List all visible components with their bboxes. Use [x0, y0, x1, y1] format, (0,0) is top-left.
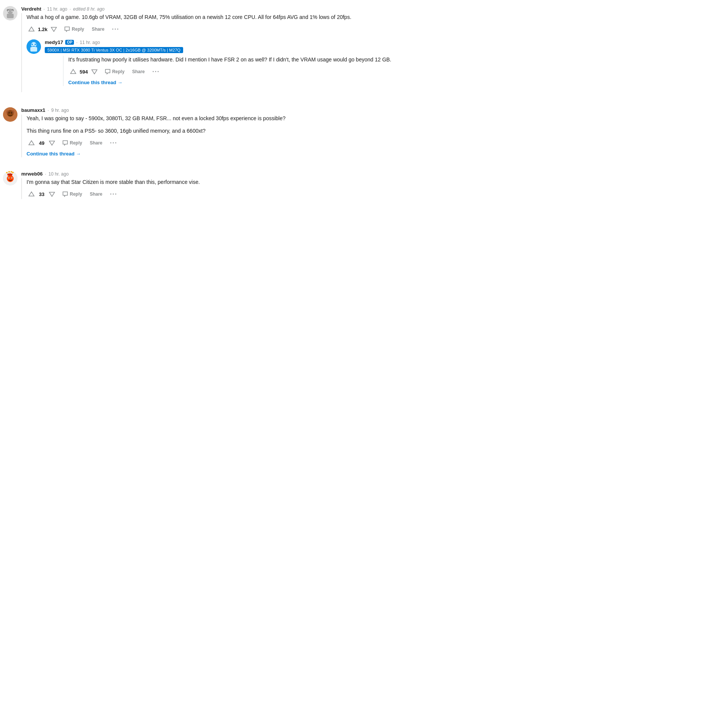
svg-point-28 — [12, 172, 14, 173]
downvote-btn-mrweb06[interactable] — [47, 189, 57, 199]
share-label-baumaxx1: Share — [90, 140, 102, 146]
reply-btn-baumaxx1[interactable]: Reply — [60, 138, 85, 147]
comment-meta-baumaxx1: baumaxx1 · 9 hr. ago — [21, 107, 406, 113]
avatar-baumaxx1 — [3, 107, 17, 122]
comment-verdreht: Verdreht · 11 hr. ago · edited 8 hr. ago… — [3, 6, 406, 100]
svg-point-26 — [8, 171, 10, 173]
vote-count-mrweb06: 33 — [38, 191, 46, 197]
comment-content-medy17: medy17 OP · 11 hr. ago 5900X | MSI RTX 3… — [45, 39, 406, 92]
svg-point-24 — [11, 177, 12, 178]
user-flair-medy17: 5900X | MSI RTX 3080 Ti Ventus 3X OC | 2… — [45, 47, 183, 53]
comment-meta-verdreht: Verdreht · 11 hr. ago · edited 8 hr. ago — [21, 6, 406, 12]
vote-count-verdreht: 1.2k — [38, 27, 47, 32]
downvote-btn-medy17[interactable] — [89, 67, 99, 77]
time-mrweb06: 10 hr. ago — [49, 171, 69, 177]
edited-label-verdreht: edited 8 hr. ago — [73, 6, 105, 12]
top-level-thread-verdreht: What a hog of a game. 10.6gb of VRAM, 32… — [21, 13, 406, 92]
comment-text-mrweb06: I'm gonna say that Star Citizen is more … — [27, 178, 406, 186]
continue-thread-label-baumaxx1: Continue this thread → — [27, 151, 81, 157]
reply-btn-medy17[interactable]: Reply — [102, 67, 127, 76]
more-btn-baumaxx1[interactable]: ··· — [108, 138, 119, 148]
svg-point-20 — [7, 175, 14, 182]
svg-rect-9 — [30, 47, 37, 52]
comment-text-medy17: It's frustrating how poorly it utilises … — [68, 56, 406, 64]
reply-btn-verdreht[interactable]: Reply — [62, 25, 86, 34]
svg-point-27 — [11, 171, 12, 173]
vote-count-medy17: 594 — [80, 69, 88, 75]
share-btn-medy17[interactable]: Share — [130, 67, 147, 76]
reply-btn-mrweb06[interactable]: Reply — [60, 190, 85, 199]
comment-content-verdreht: Verdreht · 11 hr. ago · edited 8 hr. ago… — [21, 6, 406, 100]
svg-point-25 — [6, 172, 8, 173]
time-baumaxx1: 9 hr. ago — [51, 108, 69, 113]
vote-group-verdreht: 1.2k — [27, 24, 59, 34]
dot-medy17: · — [76, 40, 77, 45]
comment-medy17: medy17 OP · 11 hr. ago 5900X | MSI RTX 3… — [27, 39, 406, 92]
more-btn-medy17[interactable]: ··· — [150, 67, 162, 77]
continue-thread-label-medy17: Continue this thread → — [68, 80, 122, 85]
reply-label-baumaxx1: Reply — [70, 140, 82, 146]
dot-mrweb06: · — [45, 171, 46, 177]
comment-content-mrweb06: mrweb06 · 10 hr. ago I'm gonna say that … — [21, 171, 406, 205]
comment-baumaxx1: baumaxx1 · 9 hr. ago Yeah, I was going t… — [3, 107, 406, 163]
more-btn-mrweb06[interactable]: ··· — [108, 189, 119, 199]
reply-label-verdreht: Reply — [72, 27, 84, 32]
reply-label-medy17: Reply — [112, 69, 125, 74]
time-medy17: 11 hr. ago — [80, 40, 100, 45]
downvote-btn-verdreht[interactable] — [49, 24, 59, 34]
share-label-mrweb06: Share — [90, 191, 102, 197]
avatar-mrweb06 — [3, 171, 17, 185]
svg-point-10 — [31, 44, 33, 45]
avatar-medy17 — [27, 39, 41, 54]
vote-group-medy17: 594 — [68, 67, 99, 77]
comment-actions-baumaxx1: 49 Reply Share ··· — [27, 138, 406, 148]
avatar-verdreht — [3, 6, 17, 20]
comment-meta-mrweb06: mrweb06 · 10 hr. ago — [21, 171, 406, 177]
comment-text-verdreht: What a hog of a game. 10.6gb of VRAM, 32… — [27, 13, 406, 21]
time-verdreht: 11 hr. ago — [47, 6, 67, 12]
reply-label-mrweb06: Reply — [70, 191, 82, 197]
upvote-btn-baumaxx1[interactable] — [27, 138, 36, 148]
share-btn-baumaxx1[interactable]: Share — [88, 139, 105, 147]
dot-baumaxx1: · — [48, 108, 49, 113]
comment-meta-medy17: medy17 OP · 11 hr. ago — [45, 39, 406, 45]
svg-point-17 — [6, 110, 9, 114]
comment-content-baumaxx1: baumaxx1 · 9 hr. ago Yeah, I was going t… — [21, 107, 406, 163]
username-mrweb06: mrweb06 — [21, 171, 42, 177]
svg-point-11 — [35, 44, 36, 45]
timestamp-verdreht: · — [44, 6, 45, 12]
svg-point-18 — [11, 110, 14, 114]
nested-content-medy17: It's frustrating how poorly it utilises … — [63, 56, 406, 86]
vote-count-baumaxx1: 49 — [38, 140, 46, 146]
top-level-thread-baumaxx1: Yeah, I was going to say - 5900x, 3080Ti… — [21, 115, 406, 157]
svg-rect-4 — [7, 14, 14, 18]
vote-group-mrweb06: 33 — [27, 189, 57, 199]
share-label-medy17: Share — [132, 69, 144, 74]
upvote-btn-verdreht[interactable] — [27, 24, 36, 34]
upvote-btn-mrweb06[interactable] — [27, 189, 36, 199]
share-label-verdreht: Share — [92, 27, 104, 32]
continue-thread-medy17[interactable]: Continue this thread → — [68, 79, 406, 86]
svg-rect-12 — [32, 46, 35, 47]
username-verdreht: Verdreht — [21, 6, 41, 12]
comment-text-baumaxx1-2: This thing runs fine on a PS5- so 3600, … — [27, 127, 406, 135]
top-level-thread-mrweb06: I'm gonna say that Star Citizen is more … — [21, 178, 406, 199]
share-btn-mrweb06[interactable]: Share — [88, 190, 105, 198]
share-btn-verdreht[interactable]: Share — [89, 25, 107, 33]
comment-mrweb06: mrweb06 · 10 hr. ago I'm gonna say that … — [3, 171, 406, 205]
username-medy17: medy17 — [45, 39, 63, 45]
more-btn-verdreht[interactable]: ··· — [110, 24, 121, 34]
continue-thread-baumaxx1[interactable]: Continue this thread → — [27, 150, 406, 157]
username-baumaxx1: baumaxx1 — [21, 107, 46, 113]
comment-actions-mrweb06: 33 Reply Share ··· — [27, 189, 406, 199]
comment-text-baumaxx1-1: Yeah, I was going to say - 5900x, 3080Ti… — [27, 115, 406, 122]
upvote-btn-medy17[interactable] — [68, 67, 78, 77]
svg-point-5 — [8, 11, 9, 12]
edited-verdreht: · — [69, 6, 71, 12]
comment-actions-medy17: 594 Repl — [68, 67, 406, 77]
comment-actions-verdreht: 1.2k Reply Share ··· — [27, 24, 406, 34]
svg-point-23 — [8, 177, 9, 178]
vote-group-baumaxx1: 49 — [27, 138, 57, 148]
op-badge-medy17: OP — [65, 40, 74, 45]
downvote-btn-baumaxx1[interactable] — [47, 138, 57, 148]
